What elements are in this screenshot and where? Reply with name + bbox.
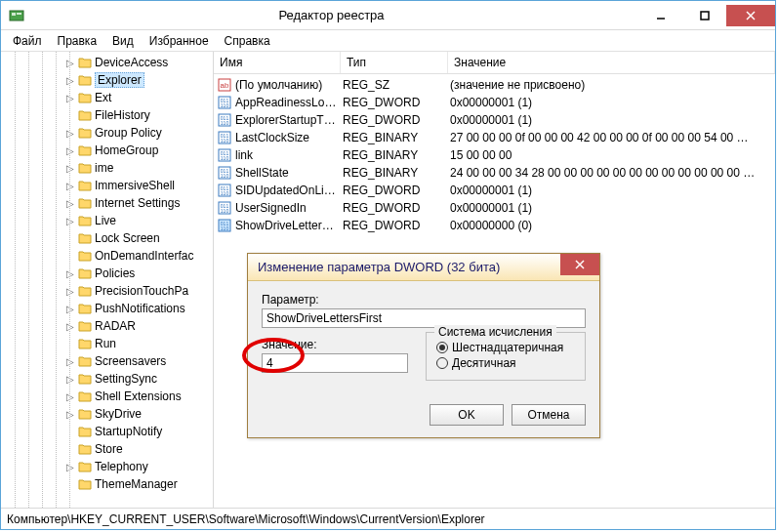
expand-icon[interactable]: ▷ bbox=[65, 145, 75, 156]
tree-item[interactable]: Lock Screen bbox=[7, 229, 213, 247]
tree-item[interactable]: ▷HomeGroup bbox=[7, 142, 213, 159]
tree-item[interactable]: ▷Live bbox=[7, 212, 213, 229]
maximize-button[interactable] bbox=[682, 5, 726, 26]
main-area: ▷DeviceAccess▷Explorer▷ExtFileHistory▷Gr… bbox=[1, 52, 775, 508]
column-type[interactable]: Тип bbox=[341, 52, 448, 73]
value-data: 0x00000001 (1) bbox=[448, 184, 775, 197]
svg-text:110: 110 bbox=[221, 190, 229, 196]
value-row[interactable]: 011110linkREG_BINARY15 00 00 00 bbox=[214, 146, 775, 164]
expand-icon[interactable]: ▷ bbox=[65, 163, 75, 174]
value-row[interactable]: 011110AppReadinessLo…REG_DWORD0x00000001… bbox=[214, 94, 775, 111]
expand-icon[interactable]: ▷ bbox=[65, 58, 75, 68]
value-data: 27 00 00 00 0f 00 00 00 42 00 00 00 0f 0… bbox=[448, 131, 775, 144]
tree-item-label: PrecisionTouchPa bbox=[95, 284, 188, 298]
tree-item[interactable]: ▷Group Policy bbox=[7, 124, 213, 142]
status-path: Компьютер\HKEY_CURRENT_USER\Software\Mic… bbox=[7, 512, 485, 526]
expand-icon[interactable]: ▷ bbox=[65, 75, 75, 86]
tree-item[interactable]: OnDemandInterfac bbox=[7, 247, 213, 265]
value-row[interactable]: ab(По умолчанию)REG_SZ(значение не присв… bbox=[214, 76, 775, 94]
value-row[interactable]: 011110LastClockSizeREG_BINARY27 00 00 00… bbox=[214, 129, 775, 146]
expand-icon[interactable]: ▷ bbox=[65, 374, 75, 385]
tree-item[interactable]: ▷SkyDrive bbox=[7, 405, 213, 423]
tree-item[interactable]: ▷Telephony bbox=[7, 458, 213, 475]
tree-pane[interactable]: ▷DeviceAccess▷Explorer▷ExtFileHistory▷Gr… bbox=[1, 52, 214, 508]
expand-icon[interactable]: ▷ bbox=[65, 391, 75, 402]
tree-item[interactable]: ▷ime bbox=[7, 159, 213, 177]
value-row[interactable]: 011110UserSignedInREG_DWORD0x00000001 (1… bbox=[214, 199, 775, 217]
value-name: ShellState bbox=[235, 166, 289, 180]
menu-edit[interactable]: Правка bbox=[50, 31, 105, 51]
menu-favorites[interactable]: Избранное bbox=[142, 31, 217, 51]
folder-icon bbox=[78, 338, 92, 349]
dialog-titlebar[interactable]: Изменение параметра DWORD (32 бита) bbox=[248, 254, 599, 281]
param-label: Параметр: bbox=[262, 293, 586, 307]
svg-text:110: 110 bbox=[221, 225, 229, 231]
window-title: Редактор реестра bbox=[24, 8, 638, 22]
tree-item[interactable]: ThemeManager bbox=[7, 475, 213, 493]
ok-button[interactable]: OK bbox=[430, 404, 504, 426]
folder-icon bbox=[78, 144, 92, 156]
expand-icon[interactable]: ▷ bbox=[65, 268, 75, 279]
menu-file[interactable]: Файл bbox=[5, 31, 50, 51]
edit-dword-dialog[interactable]: Изменение параметра DWORD (32 бита) Пара… bbox=[247, 253, 600, 438]
value-type: REG_DWORD bbox=[341, 96, 448, 109]
titlebar[interactable]: Редактор реестра bbox=[1, 1, 775, 30]
tree-item[interactable]: ▷Screensavers bbox=[7, 352, 213, 370]
tree-item[interactable]: ▷Policies bbox=[7, 265, 213, 282]
dialog-close-button[interactable] bbox=[560, 254, 599, 275]
column-name[interactable]: Имя bbox=[214, 52, 341, 73]
expand-icon[interactable]: ▷ bbox=[65, 128, 75, 139]
reg-value-icon: 011110 bbox=[218, 131, 231, 144]
minimize-button[interactable] bbox=[638, 5, 682, 26]
value-type: REG_DWORD bbox=[341, 113, 448, 127]
expand-icon[interactable]: ▷ bbox=[65, 286, 75, 297]
value-data: 15 00 00 00 bbox=[448, 148, 775, 162]
tree-item-label: Lock Screen bbox=[95, 231, 160, 245]
expand-icon[interactable]: ▷ bbox=[65, 181, 75, 191]
tree-item-label: FileHistory bbox=[95, 108, 150, 122]
tree-item[interactable]: FileHistory bbox=[7, 106, 213, 124]
value-row[interactable]: 011110ShellStateREG_BINARY24 00 00 00 34… bbox=[214, 164, 775, 182]
column-value[interactable]: Значение bbox=[448, 52, 775, 73]
expand-icon[interactable]: ▷ bbox=[65, 321, 75, 332]
expand-icon[interactable]: ▷ bbox=[65, 304, 75, 314]
folder-icon bbox=[78, 215, 92, 226]
tree-item[interactable]: ▷PrecisionTouchPa bbox=[7, 282, 213, 300]
tree-item[interactable]: StartupNotify bbox=[7, 423, 213, 440]
expand-icon[interactable]: ▷ bbox=[65, 198, 75, 209]
app-icon bbox=[9, 8, 24, 23]
value-type: REG_DWORD bbox=[341, 184, 448, 197]
expand-icon[interactable]: ▷ bbox=[65, 93, 75, 103]
value-row[interactable]: 011110SIDUpdatedOnLi…REG_DWORD0x00000001… bbox=[214, 182, 775, 199]
value-row[interactable]: 011110ShowDriveLetter…REG_DWORD0x0000000… bbox=[214, 217, 775, 234]
cancel-button[interactable]: Отмена bbox=[512, 404, 586, 426]
values-pane[interactable]: Имя Тип Значение ab(По умолчанию)REG_SZ(… bbox=[214, 52, 775, 508]
tree-item[interactable]: ▷Explorer bbox=[7, 71, 213, 89]
menu-view[interactable]: Вид bbox=[104, 31, 142, 51]
radix-hex-radio[interactable]: Шестнадцатеричная bbox=[436, 341, 575, 354]
tree-item[interactable]: ▷SettingSync bbox=[7, 370, 213, 388]
tree-item-label: ThemeManager bbox=[95, 477, 178, 491]
tree-item[interactable]: ▷Internet Settings bbox=[7, 194, 213, 212]
menu-help[interactable]: Справка bbox=[217, 31, 278, 51]
tree-item[interactable]: ▷PushNotifications bbox=[7, 300, 213, 317]
expand-icon[interactable]: ▷ bbox=[65, 216, 75, 226]
value-row[interactable]: 011110ExplorerStartupT…REG_DWORD0x000000… bbox=[214, 111, 775, 129]
expand-icon[interactable]: ▷ bbox=[65, 462, 75, 472]
tree-item[interactable]: Store bbox=[7, 440, 213, 458]
close-button[interactable] bbox=[726, 5, 775, 26]
value-input[interactable] bbox=[262, 353, 408, 373]
tree-item[interactable]: ▷ImmersiveShell bbox=[7, 177, 213, 194]
folder-icon bbox=[78, 355, 92, 367]
tree-item-label: Run bbox=[95, 337, 116, 350]
tree-item[interactable]: ▷RADAR bbox=[7, 317, 213, 335]
expand-icon[interactable]: ▷ bbox=[65, 356, 75, 367]
tree-item[interactable]: ▷DeviceAccess bbox=[7, 54, 213, 71]
tree-item[interactable]: ▷Shell Extensions bbox=[7, 388, 213, 405]
tree-item[interactable]: Run bbox=[7, 335, 213, 352]
radix-dec-radio[interactable]: Десятичная bbox=[436, 356, 575, 370]
value-name: (По умолчанию) bbox=[235, 78, 322, 92]
tree-item[interactable]: ▷Ext bbox=[7, 89, 213, 106]
expand-icon[interactable]: ▷ bbox=[65, 409, 75, 420]
value-name: link bbox=[235, 148, 253, 162]
